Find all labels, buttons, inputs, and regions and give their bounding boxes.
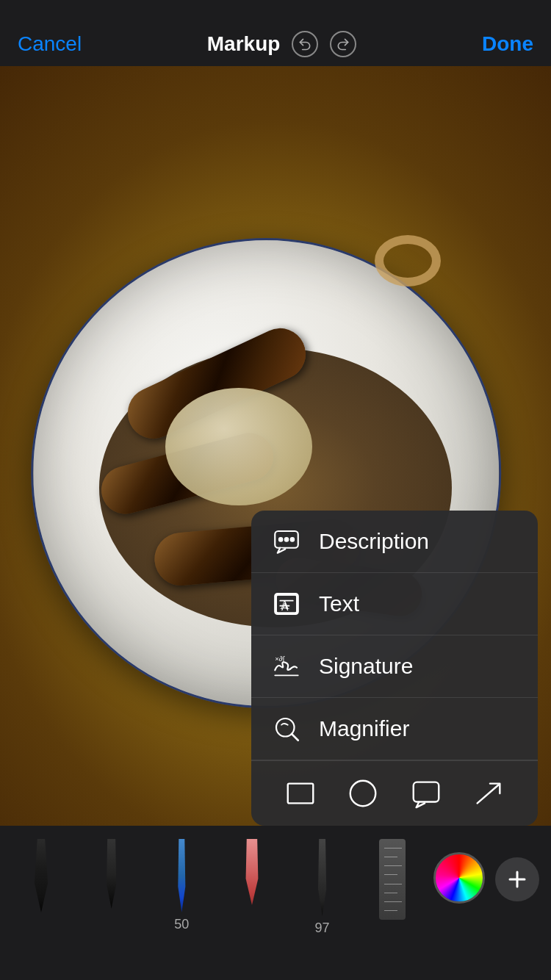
pen-tool[interactable] (82, 839, 141, 913)
nav-title-group: Markup (207, 31, 357, 57)
menu-item-magnifier[interactable]: Magnifier (251, 698, 538, 760)
ruler-nib (379, 839, 406, 920)
circle-shape-button[interactable] (342, 773, 383, 814)
onion-ring (375, 235, 441, 287)
text-label: Text (319, 591, 359, 616)
svg-line-21 (478, 785, 499, 804)
svg-line-17 (292, 734, 298, 741)
context-menu: Description A A Text ×∂ (251, 511, 538, 826)
svg-point-3 (291, 538, 294, 541)
signature-icon: ×∂∫ (269, 649, 304, 684)
crayon-nib (243, 839, 261, 905)
crayon-tool[interactable] (223, 839, 281, 909)
fountain-pen-label: 97 (315, 920, 330, 936)
arrow-shape-button[interactable] (468, 773, 509, 814)
menu-item-description[interactable]: Description (251, 511, 538, 573)
fountain-pen-nib (315, 839, 330, 916)
marker-nib (32, 839, 51, 912)
marker-tool[interactable] (12, 839, 71, 917)
color-wheel-button[interactable] (433, 852, 485, 904)
ruler-tool[interactable] (363, 839, 422, 924)
svg-point-2 (285, 538, 288, 541)
svg-point-19 (350, 781, 376, 807)
svg-rect-18 (288, 784, 314, 804)
magnifier-label: Magnifier (319, 716, 409, 741)
rectangle-shape-button[interactable] (280, 773, 321, 814)
nav-title-label: Markup (207, 32, 281, 56)
cancel-button[interactable]: Cancel (18, 32, 82, 56)
speech-shape-button[interactable] (406, 773, 447, 814)
speech-bubble-icon (269, 524, 304, 559)
pencil-label: 50 (174, 917, 189, 932)
done-button[interactable]: Done (482, 32, 533, 56)
menu-item-signature[interactable]: ×∂∫ Signature (251, 635, 538, 698)
svg-point-1 (279, 538, 282, 541)
shapes-row (251, 760, 538, 826)
pencil-tool[interactable]: 50 (152, 839, 211, 932)
toolbar-right (433, 845, 539, 904)
nav-bar: Cancel Markup Done (0, 0, 551, 66)
pencil-nib (174, 839, 189, 912)
svg-text:×∂∫: ×∂∫ (275, 655, 285, 663)
pen-nib (104, 839, 120, 909)
signature-label: Signature (319, 654, 413, 679)
mash (165, 388, 312, 505)
fountain-pen-tool[interactable]: 97 (293, 839, 352, 936)
svg-text:A: A (281, 601, 289, 613)
undo-button[interactable] (292, 31, 318, 57)
add-tool-button[interactable] (495, 857, 539, 901)
svg-rect-20 (414, 782, 439, 802)
bottom-toolbar: 50 97 (0, 826, 551, 980)
menu-item-text[interactable]: A A Text (251, 573, 538, 635)
description-label: Description (319, 529, 429, 554)
magnifier-icon (269, 711, 304, 746)
redo-button[interactable] (330, 31, 356, 57)
text-box-icon: A A (269, 586, 304, 621)
